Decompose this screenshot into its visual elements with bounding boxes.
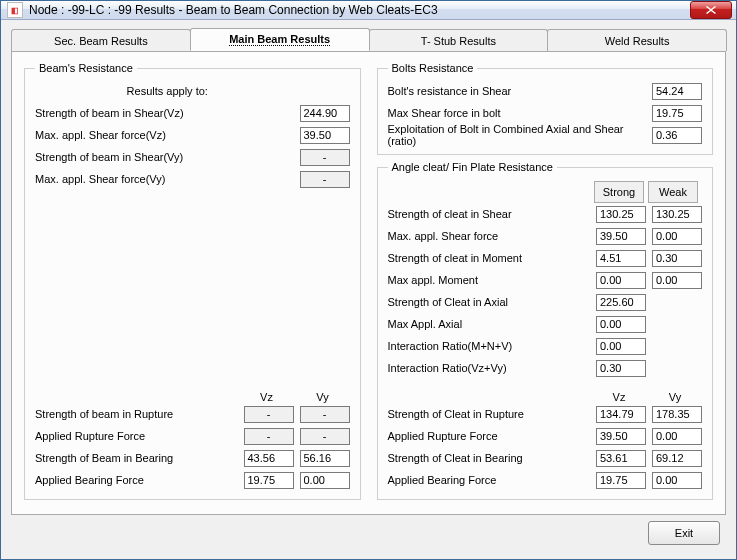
value-field[interactable]: - — [300, 406, 350, 423]
bolts-resistance-group: Bolts Resistance Bolt's resistance in Sh… — [377, 62, 714, 155]
tab-main-beam[interactable]: Main Beam Results — [190, 28, 370, 51]
label: Max Shear force in bolt — [388, 107, 653, 119]
value-field[interactable]: 0.00 — [596, 272, 646, 289]
header-vy: Vy — [298, 391, 348, 403]
label: Applied Bearing Force — [35, 474, 238, 486]
label: Strength of cleat in Moment — [388, 252, 591, 264]
value-field[interactable]: 0.30 — [596, 360, 646, 377]
tab-tstub[interactable]: T- Stub Results — [369, 29, 549, 51]
value-field[interactable]: 0.36 — [652, 127, 702, 144]
label: Strength of beam in Shear(Vy) — [35, 151, 300, 163]
value-field[interactable]: 19.75 — [596, 472, 646, 489]
value-field[interactable]: 4.51 — [596, 250, 646, 267]
close-icon — [706, 6, 716, 14]
dialog-window: ◧ Node : -99-LC : -99 Results - Beam to … — [0, 0, 737, 560]
row-max-shear-vy: Max. appl. Shear force(Vy) - — [35, 168, 350, 190]
value-field[interactable]: 0.00 — [596, 316, 646, 333]
value-field[interactable]: - — [300, 149, 350, 166]
value-field[interactable]: 0.00 — [652, 272, 702, 289]
value-field[interactable]: 56.16 — [300, 450, 350, 467]
row-cleat-moment: Strength of cleat in Moment 4.51 0.30 — [388, 247, 703, 269]
window-title: Node : -99-LC : -99 Results - Beam to Be… — [29, 3, 690, 17]
button-label: Exit — [675, 527, 693, 539]
value-field[interactable]: 130.25 — [652, 206, 702, 223]
value-field[interactable]: 0.30 — [652, 250, 702, 267]
value-field[interactable]: 0.00 — [596, 338, 646, 355]
row-shear-vz: Strength of beam in Shear(Vz) 244.90 — [35, 102, 350, 124]
results-apply-row: Results apply to: — [35, 80, 350, 102]
label: Exploitation of Bolt in Combined Axial a… — [388, 123, 653, 147]
row-bearing: Strength of Beam in Bearing 43.56 56.16 — [35, 447, 350, 469]
exit-button[interactable]: Exit — [648, 521, 720, 545]
value-field[interactable]: 178.35 — [652, 406, 702, 423]
label: Interaction Ratio(Vz+Vy) — [388, 362, 597, 374]
value-field[interactable]: 0.00 — [652, 428, 702, 445]
value-field[interactable]: - — [244, 406, 294, 423]
label: Strength of Cleat in Bearing — [388, 452, 591, 464]
row-applied-rupture: Applied Rupture Force - - — [35, 425, 350, 447]
label: Bolt's resistance in Shear — [388, 85, 653, 97]
row-cleat-applied-rupture: Applied Rupture Force 39.50 0.00 — [388, 425, 703, 447]
row-cleat-rupture: Strength of Cleat in Rupture 134.79 178.… — [388, 403, 703, 425]
group-legend: Angle cleat/ Fin Plate Resistance — [388, 161, 557, 173]
value-field[interactable]: 0.00 — [300, 472, 350, 489]
value-field[interactable]: 134.79 — [596, 406, 646, 423]
row-inter-mnv: Interaction Ratio(M+N+V) 0.00 — [388, 335, 703, 357]
label: Max appl. Moment — [388, 274, 591, 286]
header-vy: Vy — [650, 391, 700, 403]
label: Strength of beam in Shear(Vz) — [35, 107, 300, 119]
right-column: Bolts Resistance Bolt's resistance in Sh… — [377, 62, 714, 506]
label: Strength of Cleat in Rupture — [388, 408, 591, 420]
row-cleat-shear: Strength of cleat in Shear 130.25 130.25 — [388, 203, 703, 225]
value-field[interactable]: 43.56 — [244, 450, 294, 467]
label: Max. appl. Shear force(Vz) — [35, 129, 300, 141]
button-bar: Exit — [11, 515, 726, 551]
value-field[interactable]: 244.90 — [300, 105, 350, 122]
row-max-shear-vz: Max. appl. Shear force(Vz) 39.50 — [35, 124, 350, 146]
row-applied-bearing: Applied Bearing Force 19.75 0.00 — [35, 469, 350, 491]
value-field[interactable]: 39.50 — [300, 127, 350, 144]
value-field[interactable]: - — [300, 171, 350, 188]
group-legend: Bolts Resistance — [388, 62, 478, 74]
label: Strength of Beam in Bearing — [35, 452, 238, 464]
header-strong: Strong — [594, 181, 644, 203]
value-field[interactable]: 130.25 — [596, 206, 646, 223]
value-field[interactable]: 54.24 — [652, 83, 702, 100]
strong-weak-headers: Strong Weak — [388, 181, 703, 203]
label: Applied Rupture Force — [388, 430, 591, 442]
label: Strength of Cleat in Axial — [388, 296, 597, 308]
label: Applied Bearing Force — [388, 474, 591, 486]
label: Applied Rupture Force — [35, 430, 238, 442]
value-field[interactable]: 225.60 — [596, 294, 646, 311]
tab-weld[interactable]: Weld Results — [547, 29, 727, 51]
header-vz: Vz — [594, 391, 644, 403]
row-rupture: Strength of beam in Rupture - - — [35, 403, 350, 425]
value-field[interactable]: - — [300, 428, 350, 445]
group-legend: Beam's Resistance — [35, 62, 137, 74]
label: Strength of cleat in Shear — [388, 208, 591, 220]
label: Interaction Ratio(M+N+V) — [388, 340, 597, 352]
value-field[interactable]: 53.61 — [596, 450, 646, 467]
header-vz: Vz — [242, 391, 292, 403]
value-field[interactable]: 39.50 — [596, 428, 646, 445]
beam-vz-vy-block: Vz Vy Strength of beam in Rupture - - Ap… — [35, 383, 350, 491]
label: Max Appl. Axial — [388, 318, 597, 330]
client-area: Sec. Beam Results Main Beam Results T- S… — [1, 20, 736, 559]
row-cleat-applied-bearing: Applied Bearing Force 19.75 0.00 — [388, 469, 703, 491]
value-field[interactable]: 19.75 — [652, 105, 702, 122]
value-field[interactable]: 0.00 — [652, 228, 702, 245]
beam-resistance-group: Beam's Resistance Results apply to: Stre… — [24, 62, 361, 500]
row-bolt-max-shear: Max Shear force in bolt 19.75 — [388, 102, 703, 124]
cleat-vz-vy-block: Vz Vy Strength of Cleat in Rupture 134.7… — [388, 383, 703, 491]
value-field[interactable]: 69.12 — [652, 450, 702, 467]
label: Strength of beam in Rupture — [35, 408, 238, 420]
value-field[interactable]: 39.50 — [596, 228, 646, 245]
close-button[interactable] — [690, 1, 732, 19]
value-field[interactable]: 19.75 — [244, 472, 294, 489]
row-cleat-max-shear: Max. appl. Shear force 39.50 0.00 — [388, 225, 703, 247]
tab-sec-beam[interactable]: Sec. Beam Results — [11, 29, 191, 51]
app-icon: ◧ — [7, 2, 23, 18]
tab-label: Sec. Beam Results — [54, 35, 148, 47]
value-field[interactable]: - — [244, 428, 294, 445]
value-field[interactable]: 0.00 — [652, 472, 702, 489]
